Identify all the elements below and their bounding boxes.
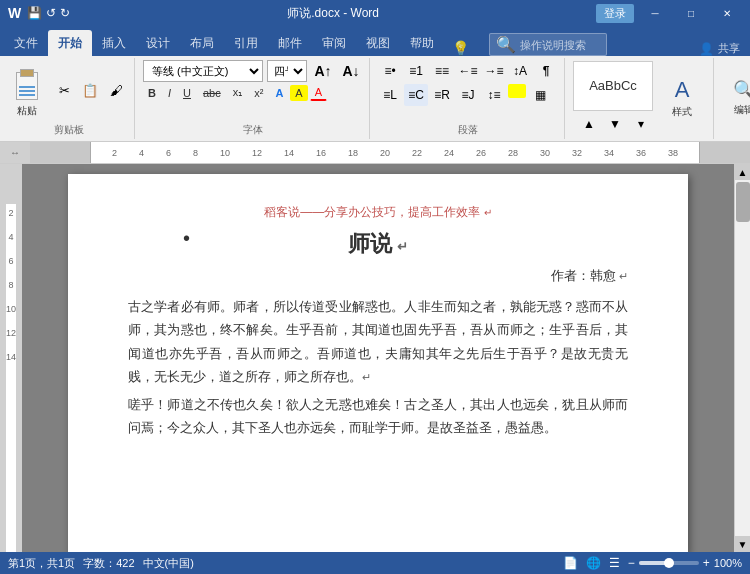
- styles-group: AaBbCc ▲ ▼ ▾ A 样式: [567, 58, 714, 139]
- word-logo-icon: W: [8, 5, 21, 21]
- ribbon-search-box[interactable]: 🔍: [489, 33, 607, 56]
- ruler-content-area: 2 4 6 8 10 12 14 16 18 20 22 24 26 28 30…: [90, 142, 700, 163]
- border-button[interactable]: ▦: [528, 84, 552, 106]
- tab-insert[interactable]: 插入: [92, 30, 136, 56]
- share-area: 👤 共享: [699, 41, 746, 56]
- increase-font-button[interactable]: A↑: [311, 60, 335, 82]
- lightbulb-icon: 💡: [452, 40, 469, 56]
- tab-references[interactable]: 引用: [224, 30, 268, 56]
- editing-content: 🔍 编辑: [722, 60, 750, 135]
- doc-scroll-area[interactable]: 稻客说——分享办公技巧，提高工作效率 ↵ • 师说 ↵ 作者：韩愈 ↵ 古之学者…: [22, 164, 734, 552]
- font-name-selector[interactable]: 等线 (中文正文): [143, 60, 263, 82]
- superscript-button[interactable]: x²: [249, 85, 268, 101]
- save-icon[interactable]: 💾: [27, 6, 42, 20]
- align-center-button[interactable]: ≡C: [404, 84, 428, 106]
- title-bar-center: 师说.docx - Word: [70, 5, 596, 22]
- title-bar-left: W 💾 ↺ ↻: [8, 5, 70, 21]
- justify-button[interactable]: ≡J: [456, 84, 480, 106]
- styles-expand-button[interactable]: ▾: [629, 113, 653, 135]
- font-group: 等线 (中文正文) 四号 A↑ A↓ B I U abc x₁ x² A A A…: [137, 58, 370, 139]
- clipboard-group: 粘贴 ✂ 📋 🖌 剪贴板: [4, 58, 135, 139]
- tab-review[interactable]: 审阅: [312, 30, 356, 56]
- highlight-button[interactable]: A: [290, 85, 307, 101]
- scrollbar-track: [735, 180, 750, 536]
- styles-label: 样式: [672, 105, 692, 119]
- redo-icon[interactable]: ↻: [60, 6, 70, 20]
- align-right-button[interactable]: ≡R: [430, 84, 454, 106]
- zoom-in-button[interactable]: +: [703, 556, 710, 570]
- font-label: 字体: [143, 123, 363, 139]
- bullet-mark: •: [183, 227, 190, 250]
- editing-group: 🔍 编辑: [716, 58, 750, 139]
- scroll-up-button[interactable]: ▲: [735, 164, 751, 180]
- view-print-icon[interactable]: 📄: [563, 556, 578, 570]
- styles-down-button[interactable]: ▼: [603, 113, 627, 135]
- tab-layout[interactable]: 布局: [180, 30, 224, 56]
- zoom-slider[interactable]: [639, 561, 699, 565]
- multilevel-list-button[interactable]: ≡≡: [430, 60, 454, 82]
- copy-button[interactable]: 📋: [78, 80, 102, 102]
- ribbon-search-input[interactable]: [520, 39, 600, 51]
- zoom-thumb: [664, 558, 674, 568]
- styles-group-label: [573, 137, 707, 139]
- view-outline-icon[interactable]: ☰: [609, 556, 620, 570]
- tab-file[interactable]: 文件: [4, 30, 48, 56]
- doc-body: 古之学者必有师。师者，所以传道受业解惑也。人非生而知之者，孰能无惑？惑而不从师，…: [128, 295, 628, 439]
- decrease-indent-button[interactable]: ←≡: [456, 60, 480, 82]
- paragraph-group: ≡• ≡1 ≡≡ ←≡ →≡ ↕A ¶ ≡L ≡C ≡R ≡J ↕≡ ▦ 段落: [372, 58, 565, 139]
- align-left-button[interactable]: ≡L: [378, 84, 402, 106]
- sort-button[interactable]: ↕A: [508, 60, 532, 82]
- editing-button[interactable]: 🔍 编辑: [722, 68, 750, 128]
- tab-design[interactable]: 设计: [136, 30, 180, 56]
- show-formatting-button[interactable]: ¶: [534, 60, 558, 82]
- subscript-button[interactable]: x₁: [228, 84, 248, 101]
- bold-button[interactable]: B: [143, 85, 161, 101]
- tab-help[interactable]: 帮助: [400, 30, 444, 56]
- close-button[interactable]: ✕: [712, 3, 742, 23]
- tab-mailings[interactable]: 邮件: [268, 30, 312, 56]
- format-painter-button[interactable]: 🖌: [104, 80, 128, 102]
- undo-icon[interactable]: ↺: [46, 6, 56, 20]
- bullets-button[interactable]: ≡•: [378, 60, 402, 82]
- login-button[interactable]: 登录: [596, 4, 634, 23]
- document-title: 师说.docx - Word: [287, 6, 379, 20]
- view-web-icon[interactable]: 🌐: [586, 556, 601, 570]
- underline-button[interactable]: U: [178, 85, 196, 101]
- paste-button[interactable]: 粘贴: [10, 64, 44, 118]
- paste-label: 粘贴: [17, 104, 37, 118]
- editing-group-label: [722, 137, 750, 139]
- paragraph-content: ≡• ≡1 ≡≡ ←≡ →≡ ↕A ¶ ≡L ≡C ≡R ≡J ↕≡ ▦: [378, 60, 558, 121]
- decrease-font-button[interactable]: A↓: [339, 60, 363, 82]
- minimize-button[interactable]: ─: [640, 3, 670, 23]
- maximize-button[interactable]: □: [676, 3, 706, 23]
- styles-gallery[interactable]: AaBbCc: [573, 61, 653, 111]
- line-spacing-button[interactable]: ↕≡: [482, 84, 506, 106]
- word-count: 字数：422: [83, 556, 134, 571]
- status-bar-right: 📄 🌐 ☰ − + 100%: [563, 556, 742, 570]
- clipboard-content: 粘贴 ✂ 📋 🖌: [10, 60, 128, 121]
- font-color-button[interactable]: A: [310, 84, 327, 101]
- styles-up-button[interactable]: ▲: [577, 113, 601, 135]
- strikethrough-button[interactable]: abc: [198, 85, 226, 101]
- cut-button[interactable]: ✂: [52, 80, 76, 102]
- language: 中文(中国): [143, 556, 194, 571]
- numbering-button[interactable]: ≡1: [404, 60, 428, 82]
- increase-indent-button[interactable]: →≡: [482, 60, 506, 82]
- tab-home[interactable]: 开始: [48, 30, 92, 56]
- scroll-down-button[interactable]: ▼: [735, 536, 751, 552]
- share-label[interactable]: 共享: [718, 41, 740, 56]
- styles-button[interactable]: A 样式: [657, 68, 707, 128]
- vertical-scrollbar[interactable]: ▲ ▼: [734, 164, 750, 552]
- zoom-out-button[interactable]: −: [628, 556, 635, 570]
- text-effect-button[interactable]: A: [270, 85, 288, 101]
- doc-author: 作者：韩愈 ↵: [128, 267, 628, 285]
- shading-button[interactable]: [508, 84, 526, 98]
- tab-view[interactable]: 视图: [356, 30, 400, 56]
- title-paragraph-mark: ↵: [397, 239, 408, 254]
- font-size-selector[interactable]: 四号: [267, 60, 307, 82]
- ruler-bar: 2 4 6 8 10 12 14 16 18 20 22 24 26 28 30…: [30, 142, 750, 163]
- ruler-corner: ↔: [0, 142, 30, 163]
- italic-button[interactable]: I: [163, 85, 176, 101]
- cut-copy-row: ✂ 📋 🖌: [52, 80, 128, 102]
- scrollbar-thumb[interactable]: [736, 182, 750, 222]
